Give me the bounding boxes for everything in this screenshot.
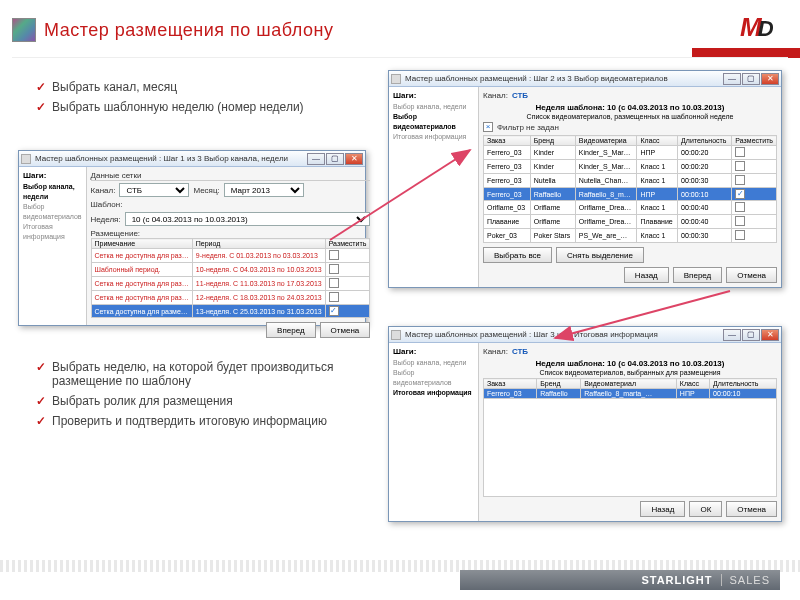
steps-heading: Шаги: bbox=[393, 91, 474, 100]
channel-label: Канал: bbox=[483, 347, 508, 356]
checkbox[interactable] bbox=[735, 230, 745, 240]
back-button[interactable]: Назад bbox=[640, 501, 685, 517]
table-row[interactable]: Сетка не доступна для раз…9-неделя. С 01… bbox=[91, 249, 370, 263]
week-label: Неделя: bbox=[91, 215, 121, 224]
checkbox[interactable] bbox=[735, 202, 745, 212]
ok-button[interactable]: ОК bbox=[689, 501, 722, 517]
channel-select[interactable]: СТБ bbox=[119, 183, 189, 197]
footer-brand: STARLIGHT SALES bbox=[460, 570, 780, 590]
steps-sidebar: Шаги: Выбор канала, недели Выбор видеома… bbox=[389, 343, 479, 521]
next-button[interactable]: Вперед bbox=[673, 267, 723, 283]
group-label: Данные сетки bbox=[91, 171, 371, 181]
month-select[interactable]: Март 2013 bbox=[224, 183, 304, 197]
step-item: Итоговая информация bbox=[23, 222, 82, 242]
table-row[interactable]: Ferrero_03RaffaelloRaffaello_8_marta_…НП… bbox=[484, 389, 777, 399]
maximize-button[interactable]: ▢ bbox=[742, 73, 760, 85]
deselect-button[interactable]: Снять выделение bbox=[556, 247, 644, 263]
table-row[interactable]: Ferrero_03RaffaelloRaffaello_8_m…НПР00:0… bbox=[484, 188, 777, 201]
window-title: Мастер шаблонных размещений : Шаг 3 из 3… bbox=[405, 330, 723, 339]
steps-sidebar: Шаги: Выбор канала, недели Выбор видеома… bbox=[19, 167, 87, 325]
checkbox[interactable]: ✓ bbox=[735, 189, 745, 199]
table-row[interactable]: ПлаваниеOriflameOriflame_Drea…Плавание00… bbox=[484, 215, 777, 229]
placement-table[interactable]: Примечание Период Разместить Сетка не до… bbox=[91, 238, 371, 318]
maximize-button[interactable]: ▢ bbox=[742, 329, 760, 341]
titlebar[interactable]: Мастер шаблонных размещений : Шаг 1 из 3… bbox=[19, 151, 365, 167]
window-icon bbox=[391, 74, 401, 84]
bullet: Проверить и подтвердить итоговую информа… bbox=[36, 414, 356, 428]
checkbox[interactable] bbox=[329, 250, 339, 260]
checkbox[interactable]: ✓ bbox=[329, 306, 339, 316]
placement-label: Размещение: bbox=[91, 229, 371, 238]
channel-value: СТБ bbox=[512, 91, 528, 100]
filter-label: Фильтр не задан bbox=[497, 123, 559, 132]
checkbox[interactable] bbox=[329, 264, 339, 274]
close-button[interactable]: ✕ bbox=[761, 329, 779, 341]
cancel-button[interactable]: Отмена bbox=[726, 501, 777, 517]
minimize-button[interactable]: — bbox=[723, 73, 741, 85]
close-button[interactable]: ✕ bbox=[761, 73, 779, 85]
window-icon bbox=[391, 330, 401, 340]
col: Разместить bbox=[325, 239, 370, 249]
wizard-step1-window: Мастер шаблонных размещений : Шаг 1 из 3… bbox=[18, 150, 366, 326]
table-row[interactable]: Poker_03Poker StarsPS_We_are_…Класс 100:… bbox=[484, 229, 777, 243]
step-item: Выбор канала, недели bbox=[23, 182, 82, 202]
template-label: Шаблон: bbox=[91, 200, 123, 209]
decor-rule bbox=[12, 57, 788, 58]
step-item: Выбор видеоматериалов bbox=[23, 202, 82, 222]
table-row[interactable]: Oriflame_03OriflameOriflame_Drea…Класс 1… bbox=[484, 201, 777, 215]
week-caption: Неделя шаблона: 10 (с 04.03.2013 по 10.0… bbox=[483, 359, 777, 368]
page-header: Мастер размещения по шаблону bbox=[12, 18, 788, 42]
page-title: Мастер размещения по шаблону bbox=[44, 20, 333, 41]
checkbox[interactable] bbox=[735, 175, 745, 185]
titlebar[interactable]: Мастер шаблонных размещений : Шаг 2 из 3… bbox=[389, 71, 781, 87]
filter-icon[interactable]: × bbox=[483, 122, 493, 132]
close-button[interactable]: ✕ bbox=[345, 153, 363, 165]
step-item: Выбор видеоматериалов bbox=[393, 368, 474, 388]
channel-value: СТБ bbox=[512, 347, 528, 356]
table-row[interactable]: Ferrero_03NutellaNutella_Chan…Класс 100:… bbox=[484, 174, 777, 188]
step-item: Выбор канала, недели bbox=[393, 102, 474, 112]
checkbox[interactable] bbox=[735, 161, 745, 171]
materials-table[interactable]: ЗаказБрендВидеоматериа КлассДлительность… bbox=[483, 135, 777, 243]
bullets-bottom: Выбрать неделю, на которой будет произво… bbox=[36, 360, 356, 434]
bullet: Выбрать неделю, на которой будет произво… bbox=[36, 360, 356, 388]
table-row[interactable]: Сетка доступна для разме…13-неделя. С 25… bbox=[91, 305, 370, 318]
table-row[interactable]: Шаблонный период.10-неделя. С 04.03.2013… bbox=[91, 263, 370, 277]
table-row[interactable]: Сетка не доступна для раз…12-неделя. С 1… bbox=[91, 291, 370, 305]
window-title: Мастер шаблонных размещений : Шаг 1 из 3… bbox=[35, 154, 307, 163]
cancel-button[interactable]: Отмена bbox=[320, 322, 371, 338]
table-row[interactable]: Ferrero_03KinderKinder_S_Mar…Класс 100:0… bbox=[484, 160, 777, 174]
checkbox[interactable] bbox=[329, 292, 339, 302]
back-button[interactable]: Назад bbox=[624, 267, 669, 283]
select-all-button[interactable]: Выбрать все bbox=[483, 247, 552, 263]
empty-space bbox=[483, 399, 777, 497]
bullet: Выбрать ролик для размещения bbox=[36, 394, 356, 408]
window-title: Мастер шаблонных размещений : Шаг 2 из 3… bbox=[405, 74, 723, 83]
table-row[interactable]: Ferrero_03KinderKinder_S_Mar…НПР00:00:20 bbox=[484, 146, 777, 160]
next-button[interactable]: Вперед bbox=[266, 322, 316, 338]
checkbox[interactable] bbox=[735, 216, 745, 226]
wizard-step3-window: Мастер шаблонных размещений : Шаг 3 из 3… bbox=[388, 326, 782, 522]
md-logo: MD bbox=[740, 12, 786, 42]
checkbox[interactable] bbox=[329, 278, 339, 288]
subcaption: Список видеоматериалов, выбранных для ра… bbox=[483, 369, 777, 376]
channel-label: Канал: bbox=[91, 186, 116, 195]
maximize-button[interactable]: ▢ bbox=[326, 153, 344, 165]
table-row[interactable]: Сетка не доступна для раз…11-неделя. С 1… bbox=[91, 277, 370, 291]
cancel-button[interactable]: Отмена bbox=[726, 267, 777, 283]
titlebar[interactable]: Мастер шаблонных размещений : Шаг 3 из 3… bbox=[389, 327, 781, 343]
bullet: Выбрать шаблонную неделю (номер недели) bbox=[36, 100, 366, 114]
step-item: Выбор канала, недели bbox=[393, 358, 474, 368]
checkbox[interactable] bbox=[735, 147, 745, 157]
col: Примечание bbox=[91, 239, 192, 249]
summary-table[interactable]: ЗаказБрендВидеоматериал КлассДлительност… bbox=[483, 378, 777, 399]
minimize-button[interactable]: — bbox=[723, 329, 741, 341]
step-item: Итоговая информация bbox=[393, 132, 474, 142]
window-icon bbox=[21, 154, 31, 164]
month-label: Месяц: bbox=[193, 186, 219, 195]
week-select[interactable]: 10 (с 04.03.2013 по 10.03.2013) bbox=[125, 212, 371, 226]
steps-sidebar: Шаги: Выбор канала, недели Выбор видеома… bbox=[389, 87, 479, 287]
steps-heading: Шаги: bbox=[23, 171, 82, 180]
week-caption: Неделя шаблона: 10 (с 04.03.2013 по 10.0… bbox=[483, 103, 777, 112]
minimize-button[interactable]: — bbox=[307, 153, 325, 165]
